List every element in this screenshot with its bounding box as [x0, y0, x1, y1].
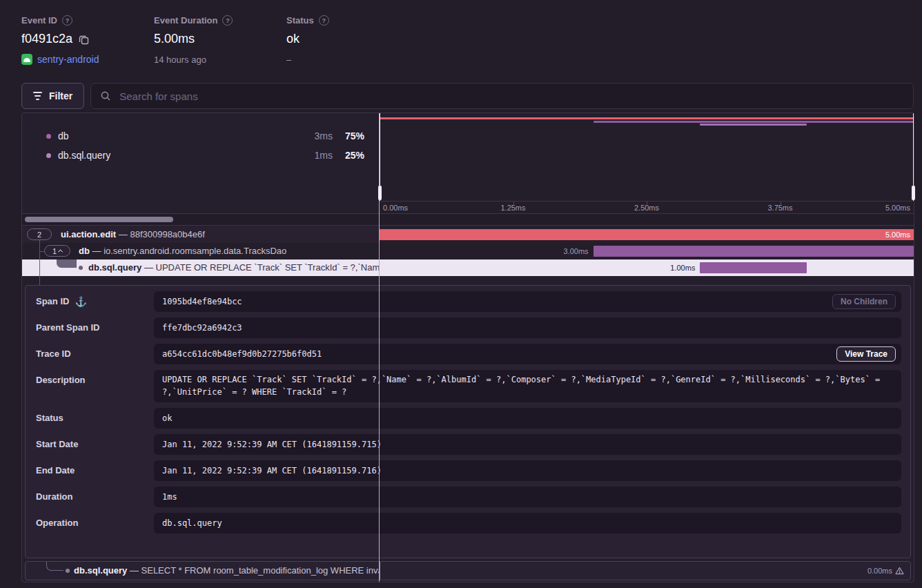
tree-timeline-divider	[380, 562, 380, 580]
detail-row-start-date: Start Date Jan 11, 2022 9:52:39 AM CET (…	[26, 434, 910, 455]
help-icon[interactable]: ?	[62, 15, 72, 26]
span-op: db.sql.query	[74, 565, 127, 576]
legend-op-percent: 75%	[333, 130, 364, 141]
no-children-button[interactable]: No Children	[832, 294, 896, 309]
span-duration: 5.00ms	[885, 226, 910, 243]
detail-row-description: Description UPDATE OR REPLACE `Track` SE…	[26, 370, 910, 402]
span-op: db.sql.query	[88, 262, 141, 273]
project-name: sentry-android	[37, 54, 99, 65]
help-icon[interactable]: ?	[222, 15, 233, 26]
legend-row-db[interactable]: db 3ms 75%	[22, 126, 379, 146]
detail-label: Operation	[36, 513, 78, 533]
ruler-tick-label: 2.50ms	[634, 204, 659, 212]
span-id-value: 1095bd4ef8e94bcc	[162, 297, 242, 306]
status-column: Status ? ok –	[286, 15, 329, 65]
ruler-tick-label: 1.25ms	[500, 204, 525, 212]
legend-row-db-sql-query[interactable]: db.sql.query 1ms 25%	[22, 146, 379, 165]
minimap-span-ui-action-edit	[380, 117, 914, 119]
span-duration: 3.00ms	[564, 243, 589, 259]
horizontal-scroll-strip	[22, 213, 914, 226]
detail-label: Span ID	[36, 291, 69, 312]
span-bar[interactable]	[700, 262, 807, 273]
warning-icon	[895, 567, 904, 575]
end-date-value: Jan 11, 2022 9:52:39 AM CET (1641891159.…	[162, 466, 382, 476]
span-search-box[interactable]	[90, 83, 914, 109]
detail-row-status: Status ok	[26, 408, 910, 429]
filter-icon	[33, 92, 42, 100]
minimap-right-handle[interactable]	[912, 186, 915, 200]
op-color-dot	[46, 153, 51, 158]
detail-label: Description	[36, 370, 86, 391]
status-sub: –	[286, 55, 329, 65]
spans-toolbar: Filter	[21, 83, 914, 109]
leaf-dot-icon	[79, 266, 83, 270]
status-value-detail: ok	[162, 413, 172, 423]
trace-id-value: a654cc61dc0b48ef9d0b27275b6f0d51	[162, 349, 322, 359]
span-description: 88f300998a0b4e6f	[130, 229, 204, 239]
horizontal-scrollbar[interactable]	[25, 217, 173, 222]
status-label: Status	[286, 15, 314, 26]
detail-row-end-date: End Date Jan 11, 2022 9:52:39 AM CET (16…	[26, 460, 910, 481]
chevron-up-icon	[58, 249, 63, 254]
detail-label: Trace ID	[36, 344, 71, 364]
android-platform-icon	[21, 54, 32, 65]
event-id-value: f0491c2a	[21, 32, 72, 46]
span-bar[interactable]	[594, 246, 914, 257]
ops-breakdown-legend: db 3ms 75% db.sql.query 1ms 25%	[22, 113, 379, 213]
trace-detail-page: { "icons": { "help_glyph": "?", "anchor_…	[0, 0, 922, 588]
span-row-ui-action-edit[interactable]: 2 ui.action.edit — 88f300998a0b4e6f 5.00…	[22, 226, 914, 243]
detail-value-box: ffe7dbc92a6942c3	[154, 317, 901, 338]
ruler-tick-label: 5.00ms	[885, 204, 910, 212]
ruler-tick-label: 3.75ms	[767, 204, 792, 212]
detail-value-box: UPDATE OR REPLACE `Track` SET `TrackId` …	[154, 370, 901, 402]
detail-label: Start Date	[36, 434, 78, 455]
minimap-left-handle[interactable]	[378, 186, 382, 200]
project-link[interactable]: sentry-android	[21, 54, 154, 65]
detail-value-box: Jan 11, 2022 9:52:39 AM CET (1641891159.…	[154, 460, 901, 481]
event-duration-column: Event Duration ? 5.00ms 14 hours ago	[154, 15, 286, 65]
op-color-dot	[46, 134, 51, 139]
span-row-db[interactable]: 1 db — io.sentry.android.roomsample.data…	[22, 243, 914, 259]
help-icon[interactable]: ?	[319, 15, 329, 26]
copy-icon[interactable]	[79, 34, 89, 44]
legend-op-duration: 1ms	[294, 150, 333, 161]
operation-value: db.sql.query	[162, 518, 222, 528]
span-bar[interactable]	[380, 229, 914, 240]
span-description: SELECT * FROM room_table_modification_lo…	[141, 565, 380, 576]
filter-button-label: Filter	[49, 90, 72, 101]
duration-value: 1ms	[162, 492, 177, 502]
span-description: io.sentry.android.roomsample.data.Tracks…	[104, 246, 286, 256]
filter-button[interactable]: Filter	[21, 83, 84, 109]
children-count-badge-expanded[interactable]: 1	[44, 245, 70, 257]
view-trace-button[interactable]: View Trace	[836, 346, 896, 362]
span-row-select-query[interactable]: db.sql.query — SELECT * FROM room_table_…	[25, 561, 911, 580]
detail-label: Duration	[36, 487, 72, 507]
legend-op-name: db.sql.query	[58, 150, 294, 161]
tree-connector-line	[39, 276, 40, 285]
status-value: ok	[286, 32, 300, 46]
span-duration: 0.00ms	[867, 562, 892, 580]
description-value: UPDATE OR REPLACE `Track` SET `TrackId` …	[162, 375, 880, 397]
span-op: db	[79, 246, 90, 256]
event-id-column: Event ID ? f0491c2a sentry-android	[21, 15, 154, 65]
detail-value-box: db.sql.query	[154, 513, 901, 533]
detail-label: End Date	[36, 460, 75, 481]
parent-span-id-value: ffe7dbc92a6942c3	[162, 323, 242, 333]
trace-view-panel: db 3ms 75% db.sql.query 1ms 25% 0.00ms 1…	[21, 112, 914, 582]
span-row-db-sql-query-selected[interactable]: db.sql.query — UPDATE OR REPLACE `Track`…	[22, 259, 914, 276]
search-input[interactable]	[118, 90, 904, 103]
detail-label: Status	[36, 408, 63, 429]
trace-minimap[interactable]	[380, 113, 914, 201]
event-header: Event ID ? f0491c2a sentry-android Event…	[21, 15, 329, 65]
detail-value-box: a654cc61dc0b48ef9d0b27275b6f0d51 View Tr…	[154, 344, 901, 364]
event-id-label-row: Event ID ?	[21, 15, 154, 26]
leaf-dot-icon	[66, 569, 70, 573]
search-icon	[100, 90, 111, 101]
detail-label: Parent Span ID	[36, 317, 99, 338]
minimap-span-db-sql-query	[700, 124, 807, 126]
event-id-label: Event ID	[21, 15, 57, 26]
children-count-badge[interactable]: 2	[27, 228, 52, 240]
legend-op-duration: 3ms	[294, 130, 333, 141]
start-date-value: Jan 11, 2022 9:52:39 AM CET (1641891159.…	[162, 440, 382, 449]
anchor-icon[interactable]: ⚓	[75, 291, 86, 312]
